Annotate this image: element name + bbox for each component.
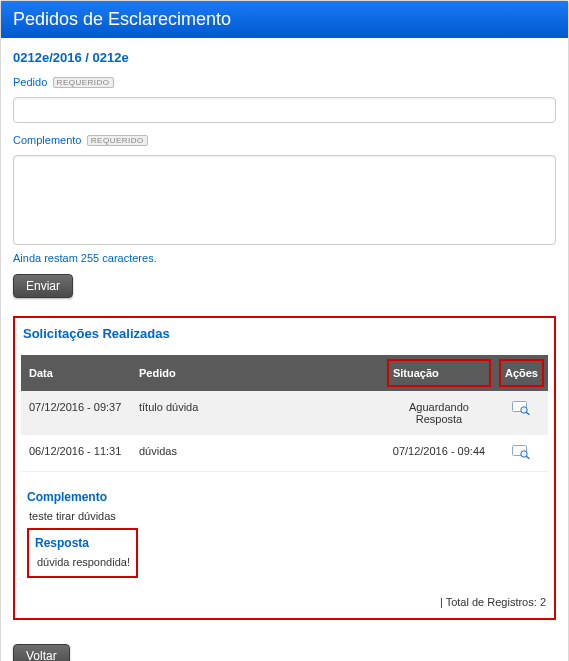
resposta-sub-text: dúvida respondida! [37,556,130,568]
cell-pedido: título dúvida [131,391,383,435]
th-pedido: Pedido [131,355,383,391]
th-situacao-label: Situação [393,367,439,379]
cell-acoes [495,435,548,471]
totals: | Total de Registros: 2 [21,596,548,608]
complemento-label: Complemento [13,134,81,146]
view-icon[interactable] [512,401,530,417]
required-badge: REQUERIDO [87,135,148,146]
table-header-row: Data Pedido Situação Ações [21,355,548,391]
cell-situacao: Aguardando Resposta [383,391,495,435]
th-data: Data [21,355,131,391]
th-acoes-highlight: Ações [499,359,544,387]
required-badge: REQUERIDO [53,77,114,88]
chars-remaining: Ainda restam 255 caracteres. [13,252,556,264]
th-pedido-label: Pedido [139,367,176,379]
page-container: Pedidos de Esclarecimento 0212e/2016 / 0… [0,0,569,661]
solicitacoes-table: Data Pedido Situação Ações [21,355,548,582]
table-row: 07/12/2016 - 09:37 título dúvida Aguarda… [21,391,548,435]
table-row-expanded: Complemento teste tirar dúvidas Resposta… [21,471,548,582]
cell-data: 07/12/2016 - 09:37 [21,391,131,435]
resposta-highlight: Resposta dúvida respondida! [27,528,138,578]
totals-count: 2 [540,596,546,608]
resposta-sub-label: Resposta [35,536,130,550]
field-complemento: Complemento REQUERIDO [13,133,556,149]
footer: Voltar [1,632,568,661]
expanded-detail: Complemento teste tirar dúvidas Resposta… [21,471,548,582]
breadcrumb-text: 0212e/2016 / 0212e [13,50,129,65]
field-pedido: Pedido REQUERIDO [13,75,556,91]
page-title-text: Pedidos de Esclarecimento [13,9,231,29]
cell-acoes [495,391,548,435]
enviar-button-label: Enviar [26,279,60,293]
cell-data: 06/12/2016 - 11:31 [21,435,131,471]
th-situacao-highlight: Situação [387,359,491,387]
pedido-label: Pedido [13,76,47,88]
table-row: 06/12/2016 - 11:31 dúvidas 07/12/2016 - … [21,435,548,471]
complemento-sub-text: teste tirar dúvidas [29,510,542,522]
th-data-label: Data [29,367,53,379]
voltar-button[interactable]: Voltar [13,644,70,661]
complemento-input[interactable] [13,155,556,245]
svg-line-2 [527,412,530,414]
cell-situacao: 07/12/2016 - 09:44 [383,435,495,471]
view-icon[interactable] [512,445,530,461]
cell-pedido: dúvidas [131,435,383,471]
solicitacoes-section: Solicitações Realizadas Data Pedido Situ… [13,316,556,620]
th-situacao: Situação [383,355,495,391]
page-title: Pedidos de Esclarecimento [1,1,568,38]
pedido-input[interactable] [13,97,556,123]
th-acoes-label: Ações [505,367,538,379]
totals-label: | Total de Registros: [440,596,537,608]
solicitacoes-title: Solicitações Realizadas [23,326,548,341]
th-acoes: Ações [495,355,548,391]
enviar-button[interactable]: Enviar [13,274,73,298]
voltar-button-label: Voltar [26,649,57,661]
complemento-sub-label: Complemento [27,490,542,504]
main-content: 0212e/2016 / 0212e Pedido REQUERIDO Comp… [1,38,568,632]
breadcrumb: 0212e/2016 / 0212e [13,50,556,65]
svg-line-5 [527,456,530,458]
